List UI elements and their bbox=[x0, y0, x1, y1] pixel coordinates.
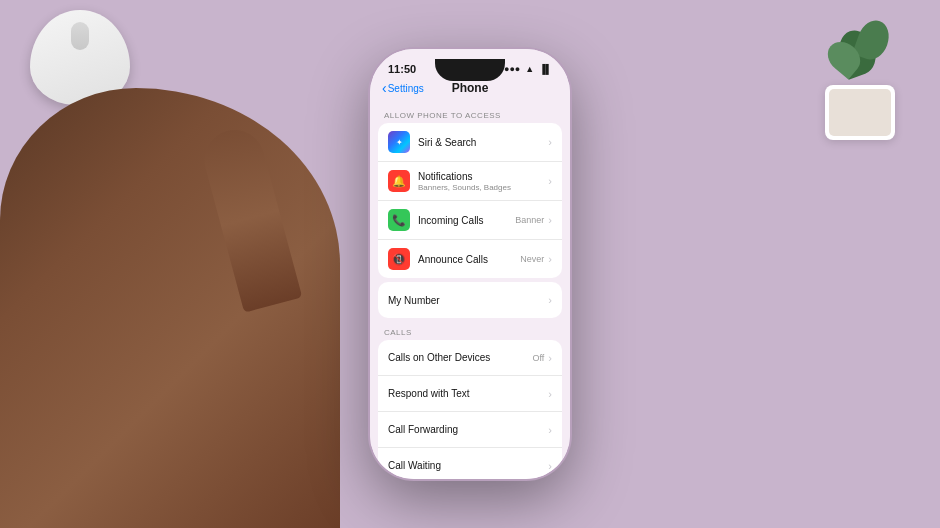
row-title-notifications: Notifications bbox=[418, 171, 546, 182]
announce-calls-value: Never bbox=[520, 254, 544, 264]
list-item[interactable]: 📞 Incoming Calls Banner › bbox=[378, 201, 562, 240]
list-item[interactable]: Respond with Text › bbox=[378, 376, 562, 412]
notifications-icon: 🔔 bbox=[388, 170, 410, 192]
row-subtitle-notifications: Banners, Sounds, Badges bbox=[418, 183, 546, 192]
row-title-forwarding: Call Forwarding bbox=[388, 424, 546, 435]
announce-calls-icon: 📵 bbox=[388, 248, 410, 270]
list-item[interactable]: 📵 Announce Calls Never › bbox=[378, 240, 562, 278]
row-right-incoming: Banner › bbox=[515, 214, 552, 226]
row-right-calls-other: Off › bbox=[532, 352, 552, 364]
row-right-waiting: › bbox=[546, 460, 552, 472]
phone-incoming-icon: 📞 bbox=[392, 214, 406, 227]
back-label: Settings bbox=[388, 83, 424, 94]
bell-icon: 🔔 bbox=[392, 175, 406, 188]
row-content-waiting: Call Waiting bbox=[388, 460, 546, 471]
wifi-icon: ▲ bbox=[525, 64, 534, 74]
siri-icon: ✦ bbox=[388, 131, 410, 153]
chevron-icon: › bbox=[548, 175, 552, 187]
row-title-announce: Announce Calls bbox=[418, 254, 520, 265]
my-number-group: My Number › bbox=[378, 282, 562, 318]
row-title-siri: Siri & Search bbox=[418, 137, 546, 148]
list-item[interactable]: My Number › bbox=[378, 282, 562, 318]
signal-icon: ●●● bbox=[504, 64, 520, 74]
row-right-announce: Never › bbox=[520, 253, 552, 265]
chevron-icon: › bbox=[548, 294, 552, 306]
incoming-calls-value: Banner bbox=[515, 215, 544, 225]
chevron-icon: › bbox=[548, 460, 552, 472]
phone-announce-icon: 📵 bbox=[392, 253, 406, 266]
row-content-notifications: Notifications Banners, Sounds, Badges bbox=[418, 171, 546, 192]
list-item[interactable]: Calls on Other Devices Off › bbox=[378, 340, 562, 376]
row-content-calls-other: Calls on Other Devices bbox=[388, 352, 532, 363]
list-item[interactable]: ✦ Siri & Search › bbox=[378, 123, 562, 162]
chevron-icon: › bbox=[548, 424, 552, 436]
row-right-forwarding: › bbox=[546, 424, 552, 436]
iphone: 11:50 ●●● ▲ ▐▌ ‹ Settings Phone ALLOW PH… bbox=[370, 49, 570, 479]
siri-gradient: ✦ bbox=[388, 131, 410, 153]
plant-decoration bbox=[800, 10, 920, 140]
section-header-calls: CALLS bbox=[370, 322, 570, 340]
row-title-my-number: My Number bbox=[388, 295, 546, 306]
finger bbox=[198, 123, 303, 312]
chevron-icon: › bbox=[548, 214, 552, 226]
allow-access-group: ✦ Siri & Search › 🔔 Notifications bbox=[378, 123, 562, 278]
iphone-notch bbox=[435, 59, 505, 81]
chevron-icon: › bbox=[548, 253, 552, 265]
calls-group: Calls on Other Devices Off › Respond wit… bbox=[378, 340, 562, 479]
row-content-my-number: My Number bbox=[388, 295, 546, 306]
row-title-respond: Respond with Text bbox=[388, 388, 546, 399]
battery-icon: ▐▌ bbox=[539, 64, 552, 74]
calls-other-value: Off bbox=[532, 353, 544, 363]
row-content-forwarding: Call Forwarding bbox=[388, 424, 546, 435]
chevron-icon: › bbox=[548, 352, 552, 364]
row-content-announce: Announce Calls bbox=[418, 254, 520, 265]
row-content-siri: Siri & Search bbox=[418, 137, 546, 148]
row-content-respond: Respond with Text bbox=[388, 388, 546, 399]
status-time: 11:50 bbox=[388, 63, 416, 75]
back-button[interactable]: ‹ Settings bbox=[382, 82, 424, 95]
status-icons: ●●● ▲ ▐▌ bbox=[504, 64, 552, 74]
chevron-icon: › bbox=[548, 388, 552, 400]
settings-content: ALLOW PHONE TO ACCESS ✦ Siri & Search › bbox=[370, 101, 570, 479]
row-content-incoming: Incoming Calls bbox=[418, 215, 515, 226]
list-item[interactable]: 🔔 Notifications Banners, Sounds, Badges … bbox=[378, 162, 562, 201]
row-right-siri: › bbox=[546, 136, 552, 148]
row-title-incoming: Incoming Calls bbox=[418, 215, 515, 226]
row-right-my-number: › bbox=[546, 294, 552, 306]
back-chevron-icon: ‹ bbox=[382, 81, 387, 95]
row-right-notifications: › bbox=[546, 175, 552, 187]
row-title-calls-other: Calls on Other Devices bbox=[388, 352, 532, 363]
list-item[interactable]: Call Forwarding › bbox=[378, 412, 562, 448]
section-header-allow-access: ALLOW PHONE TO ACCESS bbox=[370, 105, 570, 123]
iphone-screen: 11:50 ●●● ▲ ▐▌ ‹ Settings Phone ALLOW PH… bbox=[370, 49, 570, 479]
nav-bar: ‹ Settings Phone bbox=[370, 79, 570, 101]
chevron-icon: › bbox=[548, 136, 552, 148]
row-title-waiting: Call Waiting bbox=[388, 460, 546, 471]
hand-decoration bbox=[0, 88, 340, 528]
list-item[interactable]: Call Waiting › bbox=[378, 448, 562, 479]
row-right-respond: › bbox=[546, 388, 552, 400]
incoming-calls-icon: 📞 bbox=[388, 209, 410, 231]
page-title: Phone bbox=[452, 81, 489, 95]
